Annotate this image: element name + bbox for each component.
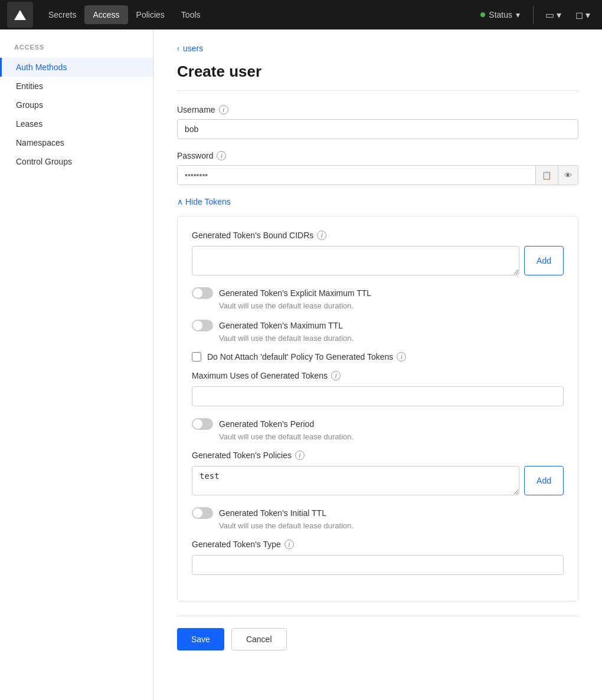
initial-ttl-row: Generated Token's Initial TTL Vault will… bbox=[192, 507, 564, 530]
no-default-policy-checkbox[interactable] bbox=[192, 352, 201, 361]
nav-access[interactable]: Access bbox=[84, 5, 127, 24]
password-group: Password i 📋 👁 bbox=[177, 151, 578, 185]
hide-tokens-chevron-icon: ∧ bbox=[177, 197, 183, 206]
max-ttl-toggle[interactable] bbox=[192, 320, 213, 331]
nav-policies[interactable]: Policies bbox=[128, 5, 173, 24]
terminal-button[interactable]: ▭ ▾ bbox=[541, 6, 566, 24]
eye-icon: 👁 bbox=[564, 171, 572, 180]
sidebar: Access Auth Methods Entities Groups Leas… bbox=[0, 29, 153, 700]
token-type-field: Generated Token's Type i bbox=[192, 540, 564, 575]
max-ttl-knob bbox=[193, 321, 202, 330]
user-icon: ◻ bbox=[575, 9, 583, 21]
terminal-icon: ▭ bbox=[545, 9, 554, 21]
token-type-input[interactable] bbox=[192, 555, 564, 575]
explicit-ttl-knob bbox=[193, 288, 202, 298]
explicit-ttl-label: Generated Token's Explicit Maximum TTL bbox=[219, 288, 371, 298]
bound-cidrs-add-button[interactable]: Add bbox=[524, 246, 564, 275]
period-label: Generated Token's Period bbox=[219, 419, 314, 429]
token-type-label: Generated Token's Type i bbox=[192, 540, 564, 549]
period-row: Generated Token's Period Vault will use … bbox=[192, 418, 564, 441]
username-label: Username i bbox=[177, 105, 578, 114]
max-ttl-row: Generated Token's Maximum TTL Vault will… bbox=[192, 320, 564, 343]
policies-info-icon[interactable]: i bbox=[295, 451, 305, 460]
no-default-policy-row: Do Not Attach 'default' Policy To Genera… bbox=[192, 352, 564, 361]
max-uses-label: Maximum Uses of Generated Tokens i bbox=[192, 371, 564, 380]
token-card: Generated Token's Bound CIDRs i Add Gene… bbox=[177, 216, 578, 602]
bound-cidrs-label: Generated Token's Bound CIDRs i bbox=[192, 231, 564, 240]
max-uses-info-icon[interactable]: i bbox=[331, 371, 341, 380]
policies-input[interactable]: test bbox=[192, 466, 519, 495]
bound-cidrs-info-icon[interactable]: i bbox=[317, 231, 326, 240]
nav-secrets[interactable]: Secrets bbox=[40, 5, 84, 24]
max-ttl-desc: Vault will use the default lease duratio… bbox=[219, 334, 564, 343]
sidebar-item-entities[interactable]: Entities bbox=[0, 77, 153, 96]
password-label: Password i bbox=[177, 151, 578, 160]
policies-add-button[interactable]: Add bbox=[524, 466, 564, 495]
period-header: Generated Token's Period bbox=[192, 418, 564, 430]
breadcrumb-link[interactable]: users bbox=[183, 44, 203, 53]
hide-tokens-button[interactable]: ∧ Hide Tokens bbox=[177, 197, 231, 206]
status-button[interactable]: Status ▾ bbox=[475, 6, 526, 23]
user-chevron-icon: ▾ bbox=[585, 9, 590, 21]
form-actions: Save Cancel bbox=[177, 616, 578, 650]
hide-tokens-label: Hide Tokens bbox=[185, 197, 231, 206]
nav-tools[interactable]: Tools bbox=[173, 5, 209, 24]
bound-cidrs-field: Generated Token's Bound CIDRs i Add bbox=[192, 231, 564, 275]
explicit-ttl-header: Generated Token's Explicit Maximum TTL bbox=[192, 287, 564, 299]
terminal-chevron-icon: ▾ bbox=[557, 9, 561, 21]
policies-label: Generated Token's Policies i bbox=[192, 451, 564, 460]
token-type-info-icon[interactable]: i bbox=[284, 540, 294, 549]
save-button[interactable]: Save bbox=[177, 628, 224, 650]
breadcrumb[interactable]: ‹ users bbox=[177, 44, 578, 53]
initial-ttl-toggle[interactable] bbox=[192, 507, 213, 519]
status-label: Status bbox=[489, 10, 512, 19]
copy-password-button[interactable]: 📋 bbox=[535, 166, 558, 185]
password-wrapper: 📋 👁 bbox=[177, 165, 578, 185]
password-input[interactable] bbox=[178, 166, 535, 185]
max-ttl-label: Generated Token's Maximum TTL bbox=[219, 321, 343, 330]
no-default-policy-info-icon[interactable]: i bbox=[397, 352, 406, 361]
breadcrumb-arrow-icon: ‹ bbox=[177, 44, 179, 52]
sidebar-item-control-groups[interactable]: Control Groups bbox=[0, 152, 153, 171]
max-ttl-header: Generated Token's Maximum TTL bbox=[192, 320, 564, 331]
sidebar-section-label: Access bbox=[0, 44, 153, 58]
username-input[interactable] bbox=[177, 119, 578, 139]
password-info-icon[interactable]: i bbox=[217, 151, 226, 160]
username-info-icon[interactable]: i bbox=[219, 105, 228, 114]
policies-field: Generated Token's Policies i test Add bbox=[192, 451, 564, 495]
explicit-ttl-toggle[interactable] bbox=[192, 287, 213, 299]
copy-icon: 📋 bbox=[542, 171, 552, 180]
page-title: Create user bbox=[177, 63, 578, 91]
username-group: Username i bbox=[177, 105, 578, 139]
sidebar-item-groups[interactable]: Groups bbox=[0, 96, 153, 114]
period-toggle[interactable] bbox=[192, 418, 213, 430]
initial-ttl-knob bbox=[193, 508, 202, 518]
no-default-policy-label: Do Not Attach 'default' Policy To Genera… bbox=[207, 352, 406, 361]
bound-cidrs-input-group: Add bbox=[192, 246, 564, 275]
logo-button[interactable] bbox=[7, 2, 33, 28]
user-button[interactable]: ◻ ▾ bbox=[571, 6, 595, 24]
main-content: ‹ users Create user Username i Password … bbox=[153, 29, 602, 700]
explicit-ttl-desc: Vault will use the default lease duratio… bbox=[219, 301, 564, 310]
nav-divider bbox=[533, 6, 534, 24]
toggle-password-button[interactable]: 👁 bbox=[558, 166, 578, 185]
main-layout: Access Auth Methods Entities Groups Leas… bbox=[0, 29, 602, 700]
sidebar-item-namespaces[interactable]: Namespaces bbox=[0, 133, 153, 152]
status-indicator-icon bbox=[480, 12, 485, 17]
initial-ttl-desc: Vault will use the default lease duratio… bbox=[219, 521, 564, 530]
top-nav: Secrets Access Policies Tools Status ▾ ▭… bbox=[0, 0, 602, 29]
max-uses-field: Maximum Uses of Generated Tokens i bbox=[192, 371, 564, 406]
status-chevron-icon: ▾ bbox=[516, 10, 520, 19]
vault-logo-icon bbox=[14, 10, 26, 20]
cancel-button[interactable]: Cancel bbox=[231, 628, 287, 650]
bound-cidrs-input[interactable] bbox=[192, 246, 519, 275]
nav-right: Status ▾ ▭ ▾ ◻ ▾ bbox=[475, 6, 595, 24]
explicit-ttl-row: Generated Token's Explicit Maximum TTL V… bbox=[192, 287, 564, 310]
sidebar-item-auth-methods[interactable]: Auth Methods bbox=[0, 58, 153, 77]
period-knob bbox=[193, 419, 202, 429]
max-uses-input[interactable] bbox=[192, 386, 564, 406]
sidebar-item-leases[interactable]: Leases bbox=[0, 114, 153, 133]
period-desc: Vault will use the default lease duratio… bbox=[219, 432, 564, 441]
policies-input-group: test Add bbox=[192, 466, 564, 495]
initial-ttl-label: Generated Token's Initial TTL bbox=[219, 508, 326, 518]
